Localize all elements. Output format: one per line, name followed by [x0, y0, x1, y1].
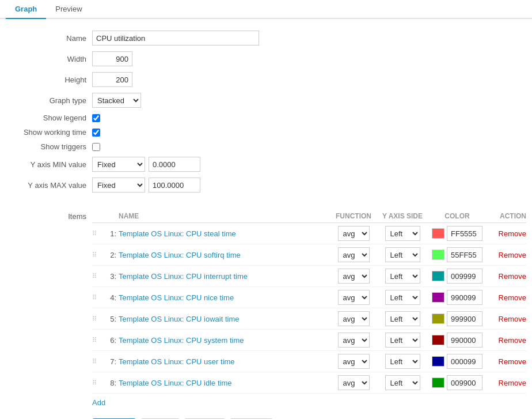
item-num: 7: — [105, 357, 116, 366]
show-legend-row: Show legend — [0, 114, 532, 122]
add-item-link[interactable]: Add — [92, 398, 105, 407]
yaxis-select[interactable]: Left Right — [385, 247, 420, 262]
function-select[interactable]: avg min max sum — [338, 333, 370, 348]
item-action: Remove — [486, 336, 526, 345]
tab-preview[interactable]: Preview — [46, 0, 91, 19]
tabs: Graph Preview — [0, 0, 532, 19]
y-axis-min-value-input[interactable] — [149, 157, 200, 172]
color-input[interactable] — [447, 226, 482, 241]
function-select[interactable]: avg min max sum — [338, 375, 370, 390]
color-swatch[interactable] — [432, 228, 444, 239]
remove-button[interactable]: Remove — [499, 315, 526, 323]
color-swatch[interactable] — [432, 335, 444, 345]
col-header-name: NAME — [116, 212, 330, 220]
yaxis-select[interactable]: Left Right — [385, 333, 420, 348]
item-name-link[interactable]: Template OS Linux: CPU interrupt time — [119, 272, 248, 281]
item-function: avg min max sum — [330, 290, 377, 305]
item-action: Remove — [486, 379, 526, 387]
yaxis-select[interactable]: Left Right — [385, 311, 420, 326]
color-input[interactable] — [447, 269, 482, 284]
drag-handle[interactable]: ⠿ — [92, 294, 105, 301]
color-swatch[interactable] — [432, 292, 444, 303]
function-select[interactable]: avg min max sum — [338, 226, 370, 241]
color-input[interactable] — [447, 375, 482, 390]
item-color — [428, 226, 486, 241]
drag-handle[interactable]: ⠿ — [92, 358, 105, 365]
drag-handle[interactable]: ⠿ — [92, 251, 105, 259]
item-name-link[interactable]: Template OS Linux: CPU idle time — [119, 379, 232, 387]
y-axis-max-controls: Calculated Fixed Item — [92, 178, 200, 192]
height-row: Height — [0, 72, 532, 87]
yaxis-select[interactable]: Left Right — [385, 269, 420, 284]
color-swatch[interactable] — [432, 250, 444, 260]
item-name: Template OS Linux: CPU system time — [116, 336, 330, 345]
color-input[interactable] — [447, 290, 482, 305]
drag-handle[interactable]: ⠿ — [92, 337, 105, 344]
item-num: 5: — [105, 315, 116, 323]
width-input[interactable] — [92, 51, 132, 66]
height-input[interactable] — [92, 72, 132, 87]
remove-button[interactable]: Remove — [499, 293, 526, 302]
remove-button[interactable]: Remove — [499, 251, 526, 259]
table-row: ⠿ 6: Template OS Linux: CPU system time … — [92, 330, 526, 351]
item-function: avg min max sum — [330, 226, 377, 241]
drag-handle[interactable]: ⠿ — [92, 379, 105, 387]
item-action: Remove — [486, 251, 526, 259]
y-axis-min-type-select[interactable]: Calculated Fixed Item — [92, 157, 145, 172]
remove-button[interactable]: Remove — [499, 336, 526, 345]
function-select[interactable]: avg min max sum — [338, 290, 370, 305]
show-working-time-checkbox[interactable] — [92, 129, 100, 137]
table-row: ⠿ 3: Template OS Linux: CPU interrupt ti… — [92, 266, 526, 287]
function-select[interactable]: avg min max sum — [338, 311, 370, 326]
function-select[interactable]: avg min max sum — [338, 354, 370, 369]
remove-button[interactable]: Remove — [499, 272, 526, 281]
color-input[interactable] — [447, 333, 482, 348]
item-name-link[interactable]: Template OS Linux: CPU iowait time — [119, 315, 240, 323]
footer-buttons: Update Clone Delete Cancel — [0, 407, 532, 419]
name-label: Name — [6, 34, 86, 43]
table-row: ⠿ 7: Template OS Linux: CPU user time av… — [92, 351, 526, 372]
color-swatch[interactable] — [432, 314, 444, 324]
graph-type-select[interactable]: Normal Stacked Pie Exploded — [92, 93, 141, 108]
width-label: Width — [6, 55, 86, 63]
show-triggers-checkbox[interactable] — [92, 143, 100, 151]
item-color — [428, 247, 486, 262]
color-input[interactable] — [447, 311, 482, 326]
color-swatch[interactable] — [432, 356, 444, 367]
item-name-link[interactable]: Template OS Linux: CPU system time — [119, 336, 244, 345]
remove-button[interactable]: Remove — [499, 229, 526, 238]
col-header-color: COLOR — [428, 212, 486, 220]
yaxis-select[interactable]: Left Right — [385, 354, 420, 369]
yaxis-select[interactable]: Left Right — [385, 375, 420, 390]
remove-button[interactable]: Remove — [499, 379, 526, 387]
drag-handle[interactable]: ⠿ — [92, 315, 105, 323]
remove-button[interactable]: Remove — [499, 357, 526, 366]
color-input[interactable] — [447, 354, 482, 369]
name-row: Name — [0, 31, 532, 46]
tab-graph[interactable]: Graph — [6, 0, 46, 19]
item-name-link[interactable]: Template OS Linux: CPU steal time — [119, 229, 236, 238]
item-name-link[interactable]: Template OS Linux: CPU user time — [119, 357, 235, 366]
color-input[interactable] — [447, 247, 482, 262]
color-swatch[interactable] — [432, 271, 444, 281]
y-axis-max-value-input[interactable] — [149, 178, 200, 192]
show-legend-label: Show legend — [6, 114, 86, 122]
show-legend-checkbox[interactable] — [92, 114, 100, 122]
item-name-link[interactable]: Template OS Linux: CPU softirq time — [119, 251, 241, 259]
y-axis-min-label: Y axis MIN value — [6, 160, 86, 169]
item-name: Template OS Linux: CPU user time — [116, 357, 330, 366]
yaxis-select[interactable]: Left Right — [385, 290, 420, 305]
yaxis-select[interactable]: Left Right — [385, 226, 420, 241]
function-select[interactable]: avg min max sum — [338, 247, 370, 262]
graph-type-label: Graph type — [6, 96, 86, 105]
function-select[interactable]: avg min max sum — [338, 269, 370, 284]
item-function: avg min max sum — [330, 311, 377, 326]
color-swatch[interactable] — [432, 378, 444, 388]
drag-handle[interactable]: ⠿ — [92, 273, 105, 280]
width-row: Width — [0, 51, 532, 66]
items-section: Items NAME FUNCTION Y AXIS SIDE COLOR AC… — [0, 210, 532, 407]
name-input[interactable] — [92, 31, 259, 46]
item-name-link[interactable]: Template OS Linux: CPU nice time — [119, 293, 234, 302]
y-axis-max-type-select[interactable]: Calculated Fixed Item — [92, 178, 145, 192]
drag-handle[interactable]: ⠿ — [92, 230, 105, 237]
